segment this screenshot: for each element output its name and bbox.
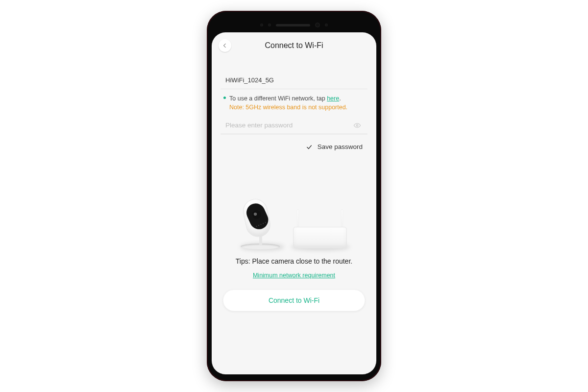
phone-screen: Connect to Wi-Fi HiWiFi_1024_5G To use a… — [212, 32, 376, 374]
speaker-slot — [276, 24, 310, 26]
chevron-left-icon — [222, 43, 228, 49]
minimum-network-requirement-link[interactable]: Minimum network requirement — [220, 272, 368, 279]
phone-earpiece — [260, 23, 328, 27]
password-input[interactable] — [225, 121, 348, 130]
save-password-label: Save password — [318, 143, 363, 150]
toggle-password-visibility[interactable] — [352, 122, 363, 129]
change-wifi-link[interactable]: here — [327, 95, 339, 102]
eye-icon — [352, 122, 363, 129]
sensor-dot — [260, 24, 263, 26]
password-field-row — [220, 121, 368, 134]
wifi-ssid-field[interactable]: HiWiFi_1024_5G — [220, 76, 368, 89]
tips-text: Tips: Place camera close to the router. — [220, 257, 368, 265]
sensor-dot — [325, 24, 328, 26]
sensor-dot — [268, 24, 271, 26]
wifi-hint: To use a different WiFi network, tap her… — [220, 89, 368, 112]
app-root: Connect to Wi-Fi HiWiFi_1024_5G To use a… — [212, 32, 376, 374]
back-button[interactable] — [219, 39, 231, 52]
wifi-hint-line: To use a different WiFi network, tap her… — [229, 94, 363, 103]
wifi-hint-period: . — [339, 95, 341, 102]
page-title: Connect to Wi-Fi — [220, 41, 368, 50]
wifi-ssid-value: HiWiFi_1024_5G — [225, 76, 274, 84]
router-graphic — [293, 227, 347, 248]
check-icon — [306, 144, 313, 150]
phone-frame: Connect to Wi-Fi HiWiFi_1024_5G To use a… — [207, 11, 381, 381]
connect-button[interactable]: Connect to Wi-Fi — [223, 290, 365, 311]
front-camera — [315, 23, 320, 27]
svg-point-0 — [356, 124, 358, 126]
save-password-row[interactable]: Save password — [220, 143, 368, 150]
wifi-5ghz-note: Note: 5GHz wireless band is not supporte… — [229, 103, 363, 112]
connect-button-label: Connect to Wi-Fi — [269, 296, 319, 304]
wifi-hint-text: To use a different WiFi network, tap — [229, 95, 327, 102]
camera-router-illustration — [220, 164, 368, 252]
